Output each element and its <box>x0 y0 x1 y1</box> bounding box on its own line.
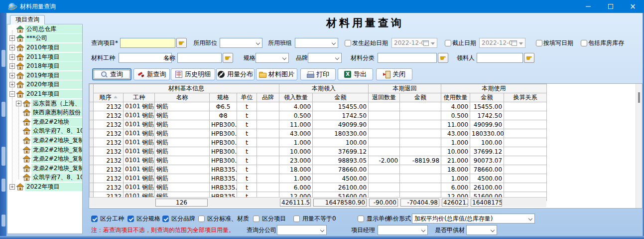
query-button[interactable]: 查询 <box>92 68 131 80</box>
table-row[interactable]: 21320101 钢筋钢筋HPB300...t43.000180330.0043… <box>90 129 547 138</box>
table-cell[interactable]: HRB335... <box>210 174 237 183</box>
start-date-field[interactable]: 2022-12-07 <box>391 38 437 48</box>
table-cell[interactable]: 0.500 <box>279 111 313 120</box>
column-header[interactable]: 工种 <box>124 93 155 102</box>
table-cell[interactable]: 4.000 <box>441 102 470 111</box>
picker-picker-button[interactable]: ☛ <box>524 53 534 63</box>
tree-item[interactable]: +2018年项目 <box>7 61 82 71</box>
new-query-button[interactable]: 新查询 <box>133 68 170 80</box>
column-header[interactable]: 顺序 <box>94 93 124 102</box>
table-cell[interactable] <box>90 102 94 111</box>
tree-item-label[interactable]: 2021年项目 <box>25 90 82 98</box>
owner-supplied-select[interactable] <box>466 225 497 235</box>
tree-item[interactable]: 公司总仓库 <box>7 24 82 34</box>
tree-item[interactable]: 众凯学府7、8、10 <box>7 173 82 183</box>
table-cell[interactable]: 180330.00 <box>313 129 369 138</box>
tree-item-label[interactable]: 公司总仓库 <box>25 25 82 33</box>
table-row[interactable]: 21320101 钢筋钢筋Φ8t0.5001742.500.5001742.50 <box>90 111 547 120</box>
table-cell[interactable]: 21.000 <box>441 156 470 165</box>
table-cell[interactable]: 37699.12 <box>313 147 369 156</box>
expand-icon[interactable]: + <box>9 184 15 190</box>
spec-select[interactable] <box>256 53 289 63</box>
query-project-input[interactable] <box>120 38 175 48</box>
table-cell[interactable]: 37699.12 <box>470 147 504 156</box>
table-cell[interactable] <box>369 174 400 183</box>
column-header[interactable]: 退回数量 <box>369 93 400 102</box>
usage-distribution-button[interactable]: 用量分布 <box>216 68 255 80</box>
material-class-input[interactable] <box>378 53 437 63</box>
column-header[interactable]: 单位 <box>237 93 257 102</box>
table-cell[interactable]: 0101 钢筋 <box>124 156 155 165</box>
table-cell[interactable]: t <box>237 138 257 147</box>
table-cell[interactable] <box>369 102 400 111</box>
table-cell[interactable]: 4500.00 <box>313 174 369 183</box>
table-cell[interactable] <box>90 129 94 138</box>
tree-item[interactable]: +2010年项目 <box>7 43 82 52</box>
name-picker-button[interactable]: ☛ <box>223 53 233 63</box>
table-cell[interactable]: HPB300... <box>210 129 237 138</box>
table-cell[interactable]: HPB300... <box>210 156 237 165</box>
scrollbar-thumb[interactable] <box>638 92 640 103</box>
table-cell[interactable]: 4500.00 <box>470 174 504 183</box>
table-cell[interactable]: 钢筋 <box>155 147 210 156</box>
tree-item[interactable]: +2022年项目 <box>7 182 82 192</box>
expand-icon[interactable]: + <box>9 35 15 41</box>
table-cell[interactable]: 43.000 <box>441 129 470 138</box>
table-cell[interactable]: 18.000 <box>441 165 470 174</box>
table-cell[interactable] <box>400 183 441 192</box>
table-row[interactable]: 21320101 钢筋钢筋HPB300...t1.000100.001.0001… <box>90 138 547 147</box>
column-header[interactable]: 领入数量 <box>279 93 313 102</box>
tree-item[interactable]: +远东普惠（上海、 <box>7 99 82 108</box>
table-cell[interactable] <box>504 174 547 183</box>
tree-item-label[interactable]: 众凯学府7、8、10 <box>31 173 82 182</box>
table-cell[interactable]: 4.000 <box>279 102 313 111</box>
table-cell[interactable]: 15455.00 <box>313 102 369 111</box>
table-cell[interactable]: t <box>237 111 257 120</box>
table-cell[interactable] <box>257 111 279 120</box>
table-cell[interactable]: 2132 <box>94 183 124 192</box>
footer-option-checkbox[interactable] <box>162 216 169 222</box>
column-header[interactable]: 名称 <box>155 93 210 102</box>
table-cell[interactable] <box>400 102 441 111</box>
table-cell[interactable]: 180330.00 <box>470 129 504 138</box>
tree-item[interactable]: 龙鼎2#2地块_复制 <box>7 154 82 164</box>
table-cell[interactable]: 1742.50 <box>470 111 504 120</box>
table-cell[interactable] <box>504 165 547 174</box>
table-cell[interactable]: 1.000 <box>279 174 313 183</box>
tree-item[interactable]: +***公司 <box>7 34 82 43</box>
tree-item[interactable]: 龙鼎2#2地块_复制 <box>7 145 82 155</box>
column-header[interactable]: 金额 <box>400 93 441 102</box>
tree-item[interactable]: +2019年项目 <box>7 71 82 80</box>
tree-item[interactable]: 龙鼎2#2地块 <box>7 117 82 127</box>
table-cell[interactable] <box>504 102 547 111</box>
table-row[interactable]: 21320101 钢筋钢筋HPB300...t11.00049099.9011.… <box>90 120 547 129</box>
tree-item-label[interactable]: 众凯学府7、8、10 <box>31 127 82 135</box>
tree-item-label[interactable]: 龙鼎2#2地块_复制 <box>31 146 82 154</box>
table-cell[interactable] <box>257 138 279 147</box>
query-project-picker-button[interactable]: ☛ <box>176 38 187 48</box>
material-images-button[interactable]: 材料图片 <box>256 68 297 80</box>
table-row[interactable]: 21320101 钢筋钢筋HRB335...t6.00026100.006.00… <box>90 183 547 192</box>
table-cell[interactable]: 2132 <box>94 156 124 165</box>
table-cell[interactable] <box>90 156 94 165</box>
table-cell[interactable]: t <box>237 156 257 165</box>
table-cell[interactable]: t <box>237 120 257 129</box>
end-date-checkbox[interactable] <box>445 40 451 46</box>
column-header[interactable]: 品牌 <box>257 93 279 102</box>
table-cell[interactable] <box>504 129 547 138</box>
table-cell[interactable] <box>90 147 94 156</box>
table-cell[interactable]: 1742.50 <box>313 111 369 120</box>
table-cell[interactable]: 2132 <box>94 102 124 111</box>
table-cell[interactable]: 1.000 <box>279 138 313 147</box>
tree-item-label[interactable]: 2022年项目 <box>25 183 82 191</box>
table-cell[interactable] <box>400 165 441 174</box>
table-cell[interactable]: 1.000 <box>441 174 470 183</box>
table-cell[interactable]: 43.000 <box>279 129 313 138</box>
tree-item[interactable]: 众凯学府7、8、10 <box>7 127 82 136</box>
table-cell[interactable]: 钢筋 <box>155 174 210 183</box>
table-cell[interactable] <box>90 120 94 129</box>
tree-item[interactable]: 龙鼎2#2地块_复制 <box>7 164 82 173</box>
table-cell[interactable] <box>369 147 400 156</box>
tree-item[interactable]: −2021年项目 <box>7 89 82 99</box>
table-cell[interactable]: 0101 钢筋 <box>124 120 155 129</box>
